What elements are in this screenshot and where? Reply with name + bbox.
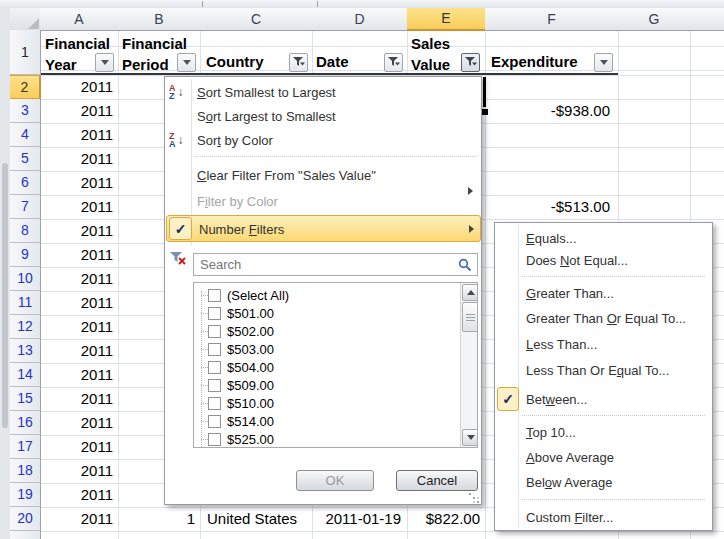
menu-item-number-filters[interactable]: ✓ Number Filters [166,215,481,242]
row-header-10[interactable]: 10 [10,267,41,291]
row-header-1[interactable]: 1 [10,30,41,75]
active-cell-fill-handle[interactable] [482,109,488,115]
cell-year[interactable]: 2011 [40,459,113,483]
cell-e20-sales-value[interactable]: $822.00 [407,507,480,531]
row-header-11[interactable]: 11 [10,291,41,315]
menu-item-clear-filter[interactable]: Clear Filter From "Sales Value" [165,161,481,189]
row-header-5[interactable]: 5 [10,147,41,171]
cell-year[interactable]: 2011 [40,171,113,195]
row-header-15[interactable]: 15 [10,387,41,411]
filter-applied-button-c[interactable] [289,53,308,72]
cell-year[interactable]: 2011 [40,291,113,315]
row-header-14[interactable]: 14 [10,363,41,387]
column-header-partial[interactable] [690,8,724,31]
row-header-16[interactable]: 16 [10,411,41,435]
submenu-item-greater-than-or-equal[interactable]: Greater Than Or Equal To... [495,307,712,330]
list-item-value[interactable]: $525.00 [196,431,274,447]
submenu-item-does-not-equal[interactable]: Does Not Equal... [495,249,712,272]
list-item-value[interactable]: $509.00 [196,377,274,393]
filter-dropdown-button-a[interactable] [95,53,114,72]
cell-year[interactable]: 2011 [40,75,113,99]
list-scrollbar[interactable] [460,283,478,447]
cell-c20-country[interactable]: United States [207,507,310,531]
row-header-19[interactable]: 19 [10,483,41,507]
select-all-corner[interactable] [10,8,41,31]
row-header-9[interactable]: 9 [10,243,41,267]
menu-item-sort-by-color[interactable]: Sort by Color [165,128,481,152]
menu-resize-grip[interactable] [469,493,471,495]
submenu-item-less-than-or-equal[interactable]: Less Than Or Equal To... [495,359,712,382]
header-sales-value[interactable]: Sales Value [411,33,450,75]
submenu-item-above-average[interactable]: Above Average [495,446,712,469]
scrollbar-thumb[interactable] [462,302,478,332]
submenu-item-between[interactable]: ✓ Between... [495,387,712,412]
search-box[interactable] [193,253,478,276]
column-header-f[interactable]: F [485,8,619,31]
submenu-item-custom-filter[interactable]: Custom Filter... [495,506,712,529]
cancel-button[interactable]: Cancel [396,470,478,491]
column-header-e-selected[interactable]: E [407,8,486,31]
row-header-18[interactable]: 18 [10,459,41,483]
cell-year[interactable]: 2011 [40,267,113,291]
scroll-up-button[interactable] [462,284,478,301]
cell-year[interactable]: 2011 [40,123,113,147]
list-item-value[interactable]: $514.00 [196,413,274,429]
cell-b20-period[interactable]: 1 [118,507,195,531]
cell-f3-expenditure[interactable]: -$938.00 [485,99,610,123]
checkbox-icon[interactable] [208,397,221,410]
search-icon[interactable] [458,258,472,272]
submenu-item-less-than[interactable]: Less Than... [495,333,712,356]
menu-item-sort-largest-to-smallest[interactable]: ZA↓ Sort Largest to Smallest [165,104,481,128]
header-country[interactable]: Country [206,50,264,74]
checkbox-icon[interactable] [208,448,221,449]
row-header-13[interactable]: 13 [10,339,41,363]
filter-applied-button-d[interactable] [384,53,403,72]
checkbox-icon[interactable] [208,343,221,356]
cell-f7-expenditure[interactable]: -$513.00 [485,195,610,219]
filter-applied-button-e-active[interactable] [461,53,480,72]
list-item-partial[interactable] [196,446,227,448]
list-item-value[interactable]: $510.00 [196,395,274,411]
checkbox-icon[interactable] [208,415,221,428]
cell-year[interactable]: 2011 [40,411,113,435]
list-item-value[interactable]: $503.00 [196,341,274,357]
row-header-2-selected[interactable]: 2 [10,75,41,99]
list-item-value[interactable]: $501.00 [196,305,274,321]
row-header-7[interactable]: 7 [10,195,41,219]
row-header-20[interactable]: 20 [10,507,41,531]
ok-button[interactable]: OK [296,470,374,491]
filter-dropdown-button-b[interactable] [177,53,196,72]
cell-year[interactable]: 2011 [40,339,113,363]
checkbox-icon[interactable] [208,289,221,302]
cell-year[interactable]: 2011 [40,363,113,387]
cell-year[interactable]: 2011 [40,219,113,243]
cell-year[interactable]: 2011 [40,315,113,339]
row-header-6[interactable]: 6 [10,171,41,195]
checkbox-icon[interactable] [208,307,221,320]
column-header-d[interactable]: D [312,8,408,31]
column-header-a[interactable]: A [40,8,119,31]
cell-year[interactable]: 2011 [40,243,113,267]
row-header-12[interactable]: 12 [10,315,41,339]
cell-year[interactable]: 2011 [40,195,113,219]
list-item-value[interactable]: $502.00 [196,323,274,339]
checkbox-icon[interactable] [208,325,221,338]
checkbox-icon[interactable] [208,433,221,446]
cell-year[interactable]: 2011 [40,147,113,171]
menu-item-sort-smallest-to-largest[interactable]: AZ↓ Sort Smallest to Largest [165,80,481,104]
cell-year[interactable]: 2011 [40,99,113,123]
list-item-select-all[interactable]: (Select All) [196,287,289,303]
column-header-c[interactable]: C [200,8,313,31]
header-expenditure[interactable]: Expenditure [491,50,578,74]
cell-d20-date[interactable]: 2011-01-19 [312,507,401,531]
cell-year[interactable]: 2011 [40,435,113,459]
cell-year[interactable]: 2011 [40,387,113,411]
row-header-17[interactable]: 17 [10,435,41,459]
header-date[interactable]: Date [316,50,349,74]
list-item-value[interactable]: $504.00 [196,359,274,375]
checkbox-icon[interactable] [208,379,221,392]
column-header-g[interactable]: G [618,8,691,31]
cell-year[interactable]: 2011 [40,507,113,531]
row-header-4[interactable]: 4 [10,123,41,147]
filter-value-list[interactable]: (Select All) $501.00 $502.00 $503.00 $50… [193,282,478,448]
